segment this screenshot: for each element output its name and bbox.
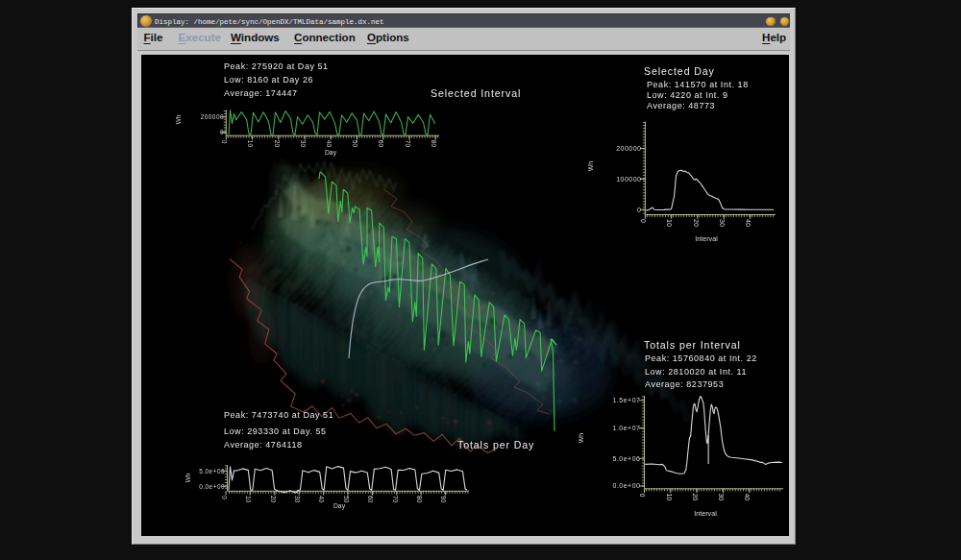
svg-text:200000: 200000: [616, 145, 641, 152]
svg-text:20: 20: [693, 219, 700, 227]
svg-text:10: 10: [666, 493, 673, 500]
svg-text:80: 80: [431, 140, 437, 148]
svg-text:40: 40: [318, 496, 325, 503]
svg-text:30: 30: [294, 496, 301, 503]
svg-text:20: 20: [692, 493, 699, 500]
svg-text:40: 40: [744, 493, 751, 500]
svg-text:Totals per Interval: Totals per Interval: [644, 339, 741, 351]
svg-text:Average: 174447: Average: 174447: [224, 88, 298, 98]
svg-text:60: 60: [378, 140, 384, 148]
svg-text:10: 10: [666, 219, 673, 227]
svg-text:5.0e+06: 5.0e+06: [613, 455, 641, 462]
svg-text:Day: Day: [325, 149, 337, 157]
svg-text:70: 70: [392, 496, 399, 503]
svg-text:1.0e+07: 1.0e+07: [613, 425, 641, 431]
svg-text:1.5e+07: 1.5e+07: [613, 397, 641, 403]
svg-text:5.0e+06: 5.0e+06: [199, 468, 225, 475]
svg-text:0: 0: [640, 219, 647, 223]
svg-text:Low: 8160 at Day 26: Low: 8160 at Day 26: [224, 75, 313, 85]
svg-text:Wh: Wh: [175, 114, 182, 124]
svg-text:Peak: 275920 at Day 51: Peak: 275920 at Day 51: [224, 61, 329, 71]
svg-text:Selected Day: Selected Day: [644, 65, 715, 77]
svg-text:0.0e+00: 0.0e+00: [613, 482, 641, 489]
svg-text:90: 90: [440, 496, 447, 503]
svg-text:10: 10: [247, 140, 254, 148]
svg-text:100000: 100000: [616, 176, 641, 183]
svg-text:Wh: Wh: [185, 473, 191, 482]
svg-text:0: 0: [637, 207, 641, 213]
svg-text:30: 30: [719, 219, 726, 227]
svg-text:Peak: 15760840 at Int. 22: Peak: 15760840 at Int. 22: [645, 353, 757, 363]
svg-text:Peak: 7473740 at Day 51: Peak: 7473740 at Day 51: [224, 410, 333, 420]
svg-text:0: 0: [220, 129, 224, 135]
svg-text:Average: 48773: Average: 48773: [647, 101, 715, 110]
svg-text:40: 40: [745, 219, 752, 227]
svg-text:80: 80: [416, 496, 423, 503]
svg-text:Interval: Interval: [695, 234, 718, 243]
svg-text:10: 10: [245, 496, 252, 503]
svg-text:70: 70: [405, 140, 411, 148]
svg-text:30: 30: [718, 493, 725, 500]
svg-text:50: 50: [352, 140, 358, 148]
svg-text:Totals per Day: Totals per Day: [457, 439, 534, 450]
svg-text:Peak: 141570 at Int. 18: Peak: 141570 at Int. 18: [647, 80, 749, 89]
svg-text:Average: 4764118: Average: 4764118: [224, 440, 303, 450]
svg-text:Low: 2810020 at Int. 11: Low: 2810020 at Int. 11: [645, 367, 747, 377]
svg-text:Low: 293330 at Day. 55: Low: 293330 at Day. 55: [224, 426, 327, 436]
svg-text:20: 20: [270, 496, 277, 503]
svg-text:30: 30: [300, 140, 307, 148]
svg-text:0: 0: [221, 496, 228, 499]
svg-text:0: 0: [639, 493, 646, 497]
svg-text:Day: Day: [333, 502, 346, 510]
svg-text:20: 20: [274, 140, 281, 148]
svg-text:0: 0: [221, 140, 228, 144]
svg-text:60: 60: [367, 496, 374, 503]
svg-text:Interval: Interval: [694, 509, 717, 518]
svg-text:Low: 4220 at Int. 9: Low: 4220 at Int. 9: [647, 90, 728, 100]
svg-text:Wh: Wh: [587, 161, 594, 172]
svg-text:Wh: Wh: [578, 433, 584, 444]
svg-text:Average: 8237953: Average: 8237953: [645, 379, 724, 389]
svg-text:200000: 200000: [201, 113, 224, 120]
svg-text:Selected Interval: Selected Interval: [431, 87, 521, 99]
svg-text:0.0e+00: 0.0e+00: [199, 483, 225, 490]
svg-text:40: 40: [326, 140, 333, 148]
